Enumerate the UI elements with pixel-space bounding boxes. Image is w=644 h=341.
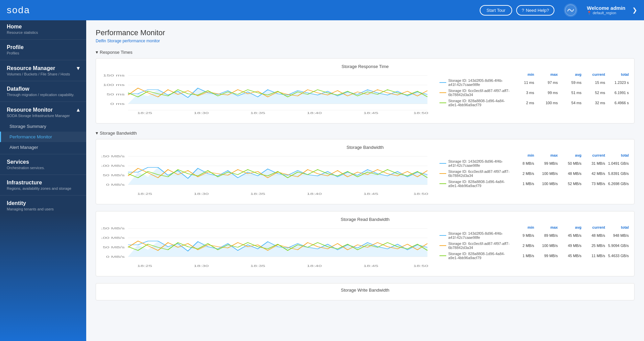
- svg-text:18:35: 18:35: [250, 264, 265, 268]
- main-layout: Home Resource statistics Profile Profile…: [0, 20, 644, 341]
- chart-legend-response-time: min max avg current total Storage ID: 14…: [439, 72, 629, 109]
- chart-legend-bandwidth: min max avg current total Storage ID: 14…: [439, 153, 629, 190]
- sidebar-item-infrastructure[interactable]: Infrastructure Regions, availability zon…: [0, 176, 86, 194]
- chart-graph-response-time: 150 ms 100 ms 50 ms 0 ms 18:25 18:30 18:…: [101, 72, 434, 118]
- chart-graph-bandwidth: 150 MB/s 100 MB/s 50 MB/s 0 MB/s 18:25 1…: [101, 153, 434, 199]
- svg-text:50 ms: 50 ms: [106, 92, 125, 96]
- legend-bw-row-0: Storage ID: 143d2f05-8d96-4f4b-a41f-42c7…: [439, 159, 629, 167]
- svg-text:100 MB/s: 100 MB/s: [101, 236, 125, 240]
- page-title: Performance Monitor: [96, 28, 635, 37]
- legend-row-2: Storage ID: 828a8808-1d96-4a84-a9e1-4bb9…: [439, 99, 629, 107]
- chart-area-bandwidth: 150 MB/s 100 MB/s 50 MB/s 0 MB/s 18:25 1…: [101, 153, 629, 199]
- legend-rbw-row-2: Storage ID: 828a8808-1d96-4a84-a9e1-4bb9…: [439, 252, 629, 260]
- svg-text:0 ms: 0 ms: [110, 102, 125, 105]
- chart-card-read-bandwidth: Storage Read Bandwidth 150 MB/s 100 MB/s…: [96, 211, 635, 276]
- svg-text:18:25: 18:25: [137, 264, 152, 268]
- chart-area-read-bandwidth: 150 MB/s 100 MB/s 50 MB/s 0 MB/s 18:25 1…: [101, 225, 629, 271]
- sidebar-item-dataflow[interactable]: Dataflow Through migration / replication…: [0, 83, 86, 100]
- svg-text:18:45: 18:45: [363, 192, 379, 196]
- chart-legend-read-bandwidth: min max avg current total Storage ID: 14…: [439, 225, 629, 262]
- chart-graph-read-bandwidth: 150 MB/s 100 MB/s 50 MB/s 0 MB/s 18:25 1…: [101, 225, 434, 271]
- svg-text:0 MB/s: 0 MB/s: [106, 255, 125, 258]
- user-dropdown-chevron[interactable]: ❯: [632, 6, 637, 14]
- header-actions: Start Tour ? Need Help? Welcome admin 📍 …: [480, 3, 637, 17]
- svg-text:50 MB/s: 50 MB/s: [103, 174, 125, 177]
- svg-text:18:35: 18:35: [250, 192, 265, 196]
- svg-text:18:40: 18:40: [307, 192, 322, 196]
- main-content: Performance Monitor Delfin Storage perfo…: [86, 20, 644, 341]
- sidebar-sub-alert-manager[interactable]: Alert Manager: [0, 142, 86, 153]
- svg-text:150 MB/s: 150 MB/s: [101, 155, 125, 158]
- svg-text:18:50: 18:50: [413, 111, 429, 115]
- svg-text:18:25: 18:25: [137, 192, 152, 196]
- need-help-button[interactable]: ? Need Help?: [516, 5, 554, 16]
- legend-rbw-row-0: Storage ID: 143d2f05-8d96-4f4b-a41f-42c7…: [439, 231, 629, 240]
- user-info: Welcome admin 📍 default_region: [587, 5, 625, 15]
- legend-rbw-row-1: Storage ID: 6cc0ec6f-ad87-4f97-aff7-6b78…: [439, 242, 629, 250]
- svg-text:18:30: 18:30: [194, 192, 209, 196]
- svg-text:100 MB/s: 100 MB/s: [101, 164, 125, 167]
- question-icon: ?: [522, 8, 524, 13]
- sidebar-item-services[interactable]: Services Orchestration services.: [0, 156, 86, 173]
- section-storage-bandwidth[interactable]: Storage Bandwidth: [96, 130, 635, 136]
- sidebar-item-resource-manager[interactable]: Resource Manager ▾ Volumes / Buckets / F…: [0, 62, 86, 79]
- chart-title-bandwidth: Storage Bandwidth: [101, 145, 629, 150]
- sidebar-sub-performance-monitor[interactable]: Performance Monitor: [0, 132, 86, 142]
- chart-area-response-time: 150 ms 100 ms 50 ms 0 ms 18:25 18:30 18:…: [101, 72, 629, 118]
- response-time-svg: 150 ms 100 ms 50 ms 0 ms 18:25 18:30 18:…: [101, 72, 434, 116]
- legend-row-0: Storage ID: 143d2f05-8d96-4f4b-a41f-42c7…: [439, 78, 629, 87]
- svg-text:18:25: 18:25: [137, 111, 152, 115]
- svg-text:18:35: 18:35: [250, 111, 265, 115]
- page-subtitle: Delfin Storage performance monitor: [96, 39, 635, 43]
- legend-bw-row-1: Storage ID: 6cc0ec6f-ad87-4f97-aff7-6b78…: [439, 169, 629, 178]
- chart-title-response-time: Storage Response Time: [101, 64, 629, 69]
- section-response-times[interactable]: Response Times: [96, 49, 635, 55]
- location-icon: 📍: [587, 11, 593, 15]
- start-tour-button[interactable]: Start Tour: [480, 5, 512, 16]
- svg-text:150 MB/s: 150 MB/s: [101, 227, 125, 230]
- bandwidth-svg: 150 MB/s 100 MB/s 50 MB/s 0 MB/s 18:25 1…: [101, 153, 434, 197]
- chevron-down-icon: ▾: [77, 65, 79, 71]
- chart-card-write-bandwidth: Storage Write Bandwidth: [96, 283, 635, 300]
- sidebar-item-identity[interactable]: Identity Managing tenants and users: [0, 197, 86, 214]
- sidebar-item-resource-monitor[interactable]: Resource Monitor ▴ SODA Storage Infrastr…: [0, 103, 86, 121]
- chart-card-response-time: Storage Response Time 150 ms 100 ms 50 m…: [96, 58, 635, 123]
- svg-text:18:45: 18:45: [363, 111, 379, 115]
- svg-text:18:45: 18:45: [363, 264, 379, 268]
- svg-text:100 ms: 100 ms: [103, 83, 125, 86]
- legend-bw-row-2: Storage ID: 828a8808-1d96-4a84-a9e1-4bb9…: [439, 180, 629, 188]
- legend-row-1: Storage ID: 6cc0ec6f-ad87-4f97-aff7-6b78…: [439, 89, 629, 97]
- chart-title-read-bandwidth: Storage Read Bandwidth: [101, 217, 629, 222]
- user-region: 📍 default_region: [587, 11, 625, 15]
- user-name: Welcome admin: [587, 5, 625, 11]
- svg-text:18:40: 18:40: [307, 111, 322, 115]
- sidebar-sub-storage-summary[interactable]: Storage Summary: [0, 121, 86, 132]
- svg-text:150 ms: 150 ms: [103, 74, 125, 77]
- sidebar-item-profile[interactable]: Profile Profiles: [0, 41, 86, 59]
- soda-foundation-logo: [564, 3, 577, 17]
- svg-text:18:50: 18:50: [413, 264, 429, 268]
- chart-title-write-bandwidth: Storage Write Bandwidth: [100, 288, 630, 293]
- svg-text:18:40: 18:40: [307, 264, 322, 268]
- svg-text:18:30: 18:30: [194, 111, 209, 115]
- soda-icon-svg: [565, 4, 576, 16]
- sidebar-item-home[interactable]: Home Resource statistics: [0, 20, 86, 38]
- sidebar: Home Resource statistics Profile Profile…: [0, 20, 86, 341]
- app-header: soda Start Tour ? Need Help? Welcome adm…: [0, 0, 644, 20]
- chevron-up-icon: ▴: [77, 107, 79, 113]
- svg-text:18:30: 18:30: [194, 264, 209, 268]
- svg-text:18:50: 18:50: [413, 192, 429, 196]
- svg-text:50 MB/s: 50 MB/s: [103, 246, 125, 249]
- read-bandwidth-svg: 150 MB/s 100 MB/s 50 MB/s 0 MB/s 18:25 1…: [101, 225, 434, 269]
- svg-text:0 MB/s: 0 MB/s: [106, 183, 125, 186]
- app-logo: soda: [7, 5, 30, 16]
- chart-card-bandwidth: Storage Bandwidth 150 MB/s 100 MB/s 50 M…: [96, 139, 635, 204]
